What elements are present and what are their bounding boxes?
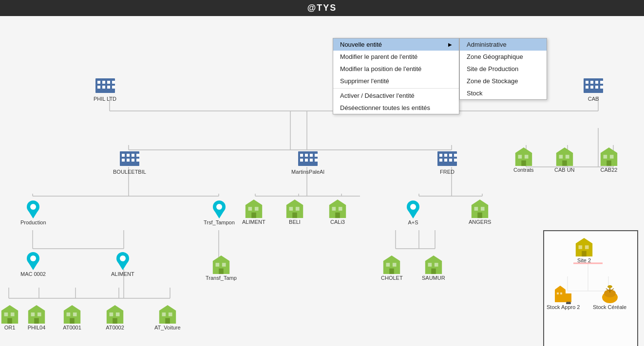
node-phil-ltd[interactable]: PHIL LTD [94, 73, 116, 102]
context-submenu-zone-geo[interactable]: Zone Géographique [460, 51, 547, 63]
silo-icon [328, 199, 347, 219]
svg-point-132 [120, 255, 126, 261]
node-label: CALi3 [330, 219, 345, 225]
node-contrats[interactable]: Contrats [513, 146, 534, 173]
svg-rect-155 [67, 312, 71, 316]
context-menu-deselect[interactable]: Déséectionner toutes les entités [333, 102, 459, 114]
context-submenu-zone-stockage[interactable]: Zone de Stockage [460, 75, 547, 87]
svg-rect-47 [97, 81, 100, 84]
node-site2[interactable]: Site 2 [574, 237, 594, 263]
node-martins-paleal[interactable]: MartinsPaleAl [291, 146, 324, 175]
node-trsf-tampon[interactable]: Trsf_Tampon [204, 200, 235, 225]
svg-point-122 [410, 204, 416, 210]
node-label: MAC 0002 [20, 271, 46, 277]
node-label: CAB22 [601, 167, 618, 173]
svg-rect-58 [595, 81, 598, 84]
svg-rect-136 [222, 263, 226, 267]
svg-rect-153 [34, 318, 39, 324]
svg-rect-144 [435, 263, 438, 267]
node-beli[interactable]: BELI [285, 199, 304, 225]
silo-icon [574, 237, 594, 257]
context-menu-modifier-position[interactable]: Modifier la position de l'entité [333, 63, 459, 75]
context-submenu-site-production[interactable]: Site de Production [460, 63, 547, 75]
node-label: ANGERS [469, 219, 491, 225]
svg-rect-92 [518, 155, 522, 159]
node-angers[interactable]: ANGERS [469, 199, 491, 225]
menu-item-label: Modifier la position de l'entité [340, 65, 421, 73]
node-aliment[interactable]: ALIMENT [242, 199, 265, 225]
stock-cereale-icon [601, 285, 619, 304]
context-submenu-administrative[interactable]: Administrative [460, 38, 547, 51]
silo-icon [285, 199, 304, 219]
svg-rect-76 [310, 154, 313, 157]
svg-rect-65 [122, 154, 125, 157]
svg-rect-83 [439, 154, 442, 157]
node-production[interactable]: Production [20, 200, 46, 225]
header: @TYS [0, 0, 644, 16]
node-at-voiture[interactable]: AT_Voiture [154, 304, 181, 330]
menu-item-label: Activer / Désactiver l'entité [340, 92, 415, 99]
menu-item-label: Modifier le parent de l'entité [340, 53, 417, 60]
node-cab[interactable]: CAB [582, 73, 605, 102]
node-bouleetbil[interactable]: BOULEETBIL [113, 146, 146, 175]
svg-rect-67 [132, 154, 134, 157]
building-icon [94, 73, 116, 96]
node-cali3[interactable]: CALi3 [328, 199, 347, 225]
node-label: Transf_Tamp [206, 275, 237, 281]
svg-rect-63 [600, 81, 603, 84]
node-label: Stock Céréale [593, 304, 626, 310]
node-stock-cereale[interactable]: Stock Céréale [593, 285, 626, 310]
node-stock-appro2[interactable]: Stock Appro 2 [547, 285, 580, 310]
svg-rect-66 [127, 154, 130, 157]
svg-rect-165 [165, 318, 170, 324]
node-a-plus-s[interactable]: A+S [405, 200, 421, 225]
svg-marker-108 [214, 211, 224, 219]
node-transf-tamp[interactable]: Transf_Tamp [206, 255, 237, 281]
svg-marker-133 [118, 262, 128, 270]
svg-rect-56 [586, 81, 588, 84]
context-menu-modifier-parent[interactable]: Modifier le parent de l'entité [333, 51, 459, 63]
svg-rect-59 [586, 86, 588, 89]
silo-icon [62, 304, 82, 325]
svg-rect-52 [107, 86, 110, 89]
node-label: PHIL LTD [94, 96, 116, 102]
svg-rect-139 [386, 263, 390, 267]
node-mac0002[interactable]: MAC 0002 [20, 252, 46, 277]
context-menu-activer[interactable]: Activer / Désactiver l'entité [333, 90, 459, 102]
svg-rect-85 [449, 154, 452, 157]
node-fred[interactable]: FRED [436, 146, 458, 175]
svg-rect-116 [292, 213, 297, 218]
node-label: ALIMENT [242, 219, 265, 225]
svg-rect-79 [310, 159, 313, 162]
svg-rect-135 [215, 263, 219, 267]
svg-rect-68 [122, 159, 125, 162]
node-phil04[interactable]: PHIL04 [27, 304, 46, 330]
node-cholet[interactable]: CHOLET [381, 255, 403, 281]
svg-rect-98 [562, 161, 567, 166]
building-icon [297, 146, 319, 169]
node-label: BOULEETBIL [113, 169, 146, 175]
node-label: Production [20, 219, 46, 225]
node-or1[interactable]: OR1 [0, 304, 19, 330]
node-at0001[interactable]: AT0001 [62, 304, 82, 330]
svg-rect-172 [566, 293, 571, 302]
svg-rect-72 [136, 154, 139, 157]
svg-rect-97 [566, 155, 569, 159]
svg-rect-127 [477, 213, 482, 218]
context-submenu-stock[interactable]: Stock [460, 87, 547, 99]
node-at0002[interactable]: AT0002 [105, 304, 125, 330]
node-cab-un[interactable]: CAB UN [554, 146, 575, 173]
node-saumur[interactable]: SAUMUR [422, 255, 445, 281]
svg-rect-100 [604, 155, 607, 159]
svg-rect-57 [590, 81, 593, 84]
node-cab22[interactable]: CAB22 [599, 146, 619, 173]
context-menu-nouvelle-entite[interactable]: Nouvelle entité [333, 38, 459, 51]
node-label: FRED [440, 169, 455, 175]
node-aliment-sub[interactable]: ALIMENT [111, 252, 134, 277]
svg-marker-105 [28, 211, 38, 219]
silo-icon [0, 304, 19, 325]
svg-rect-48 [102, 81, 105, 84]
svg-rect-84 [444, 154, 447, 157]
svg-rect-51 [102, 86, 105, 89]
context-menu-supprimer[interactable]: Supprimer l'entité [333, 75, 459, 87]
